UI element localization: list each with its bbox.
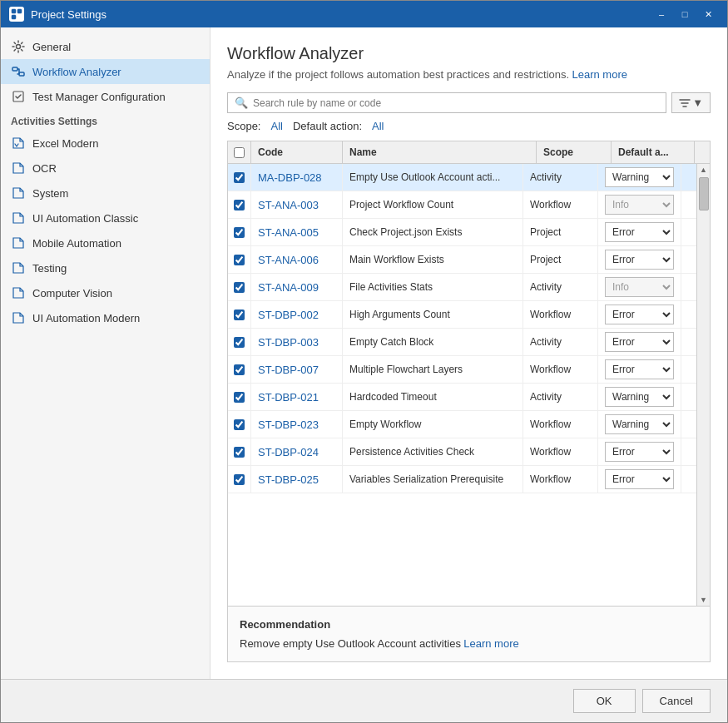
table-header: Code Name Scope Default a... (228, 141, 710, 164)
default-action-value-link[interactable]: All (372, 120, 384, 132)
row-scope: Workflow (523, 466, 598, 493)
scope-label: Scope: (227, 120, 260, 132)
sidebar-item-ocr[interactable]: OCR (1, 156, 210, 181)
sidebar-item-excel-modern[interactable]: Excel Modern (1, 131, 210, 156)
row-spacer (681, 219, 696, 245)
svg-marker-14 (13, 288, 23, 298)
svg-rect-1 (17, 9, 22, 13)
svg-rect-2 (12, 15, 16, 19)
row-checkbox[interactable] (234, 200, 245, 210)
sidebar-item-general[interactable]: General (1, 34, 210, 59)
code-link[interactable]: ST-ANA-003 (258, 199, 319, 211)
default-action-dropdown[interactable]: ErrorWarningInfo (605, 167, 674, 187)
default-action-dropdown[interactable]: ErrorWarningInfo (605, 414, 674, 434)
row-default-action: ErrorWarningInfo (598, 466, 681, 493)
table-row: ST-DBP-003 Empty Catch Block Activity Er… (228, 329, 696, 356)
gear-icon (11, 39, 26, 54)
sidebar-item-test-manager[interactable]: Test Manager Configuration (1, 84, 210, 109)
row-checkbox[interactable] (234, 447, 245, 458)
code-link[interactable]: ST-DBP-023 (258, 418, 319, 431)
row-default-action: ErrorWarningInfo (598, 219, 681, 245)
table-row: ST-DBP-002 High Arguments Count Workflow… (228, 301, 696, 329)
recommendation-learn-more-link[interactable]: Learn more (463, 637, 518, 650)
code-link[interactable]: ST-ANA-006 (258, 254, 319, 266)
svg-rect-6 (19, 72, 24, 76)
row-checkbox-cell (228, 301, 251, 328)
default-action-dropdown[interactable]: ErrorWarningInfo (605, 222, 674, 242)
row-checkbox[interactable] (234, 392, 245, 403)
row-checkbox[interactable] (234, 310, 245, 320)
computer-vision-icon (11, 285, 26, 300)
row-scope: Workflow (523, 438, 598, 465)
select-all-checkbox[interactable] (234, 147, 245, 158)
row-default-action: ErrorWarningInfo (598, 411, 681, 438)
maximize-button[interactable]: □ (674, 5, 696, 23)
row-checkbox-cell (228, 164, 251, 191)
recommendation-title: Recommendation (240, 618, 698, 631)
scroll-down-button[interactable]: ▼ (700, 596, 707, 604)
code-link[interactable]: ST-ANA-009 (258, 281, 319, 294)
default-action-dropdown[interactable]: ErrorWarningInfo (605, 387, 674, 407)
ui-automation-classic-icon (11, 210, 26, 225)
default-action-dropdown[interactable]: ErrorWarningInfo (605, 277, 674, 297)
default-action-dropdown[interactable]: ErrorWarningInfo (605, 250, 674, 270)
filter-button[interactable]: ▼ (671, 92, 711, 113)
sidebar-item-system[interactable]: System (1, 181, 210, 206)
window-title: Project Settings (31, 8, 644, 21)
row-default-action: ErrorWarningInfo (598, 329, 681, 355)
row-code: ST-DBP-002 (251, 301, 343, 328)
row-name: Main Workflow Exists (343, 246, 523, 273)
table-scrollbar: ▲ ▼ (696, 164, 710, 606)
svg-rect-5 (12, 67, 17, 71)
row-default-action: ErrorWarningInfo (598, 191, 681, 218)
sidebar-item-mobile-automation[interactable]: Mobile Automation (1, 230, 210, 255)
sidebar-item-workflow-analyzer[interactable]: Workflow Analyzer (1, 59, 210, 84)
close-button[interactable]: ✕ (697, 5, 719, 23)
row-spacer (681, 329, 696, 355)
row-checkbox[interactable] (234, 337, 245, 348)
scroll-up-button[interactable]: ▲ (700, 166, 707, 174)
row-checkbox[interactable] (234, 255, 245, 265)
sidebar-item-computer-vision[interactable]: Computer Vision (1, 280, 210, 305)
default-action-dropdown[interactable]: ErrorWarningInfo (605, 332, 674, 352)
table-row: MA-DBP-028 Empty Use Outlook Account act… (228, 164, 696, 191)
description-learn-more-link[interactable]: Learn more (572, 68, 627, 81)
code-link[interactable]: ST-DBP-003 (258, 336, 319, 349)
scroll-thumb[interactable] (699, 177, 709, 210)
search-icon: 🔍 (235, 97, 248, 109)
sidebar-item-ui-automation-modern[interactable]: UI Automation Modern (1, 305, 210, 330)
sidebar-item-ui-automation-classic[interactable]: UI Automation Classic (1, 206, 210, 230)
row-checkbox[interactable] (234, 419, 245, 430)
code-link[interactable]: ST-DBP-021 (258, 391, 319, 404)
code-link[interactable]: ST-DBP-007 (258, 364, 319, 376)
project-settings-window: Project Settings – □ ✕ General (0, 0, 728, 723)
default-action-dropdown[interactable]: ErrorWarningInfo (605, 442, 674, 462)
default-action-dropdown[interactable]: ErrorWarningInfo (605, 359, 674, 379)
row-code: ST-DBP-024 (251, 438, 343, 465)
ok-button[interactable]: OK (573, 689, 636, 713)
code-link[interactable]: MA-DBP-028 (258, 171, 322, 184)
default-action-dropdown[interactable]: ErrorWarningInfo (605, 305, 674, 324)
row-checkbox[interactable] (234, 282, 245, 293)
scope-value-link[interactable]: All (270, 120, 282, 132)
row-checkbox[interactable] (234, 364, 245, 375)
code-link[interactable]: ST-DBP-025 (258, 473, 319, 486)
row-code: ST-DBP-025 (251, 466, 343, 493)
cancel-button[interactable]: Cancel (642, 689, 711, 713)
code-link[interactable]: ST-DBP-002 (258, 309, 319, 321)
row-checkbox[interactable] (234, 172, 245, 183)
code-link[interactable]: ST-DBP-024 (258, 446, 319, 458)
minimize-button[interactable]: – (651, 5, 672, 23)
row-scope: Activity (523, 384, 598, 410)
search-input[interactable] (253, 97, 659, 109)
row-checkbox[interactable] (234, 474, 245, 485)
window-controls: – □ ✕ (651, 5, 719, 23)
code-link[interactable]: ST-ANA-005 (258, 226, 319, 239)
row-default-action: ErrorWarningInfo (598, 274, 681, 300)
sidebar-item-testing[interactable]: Testing (1, 255, 210, 280)
row-checkbox[interactable] (234, 227, 245, 238)
row-checkbox-cell (228, 356, 251, 383)
row-code: ST-DBP-021 (251, 384, 343, 410)
default-action-dropdown[interactable]: ErrorWarningInfo (605, 195, 674, 215)
default-action-dropdown[interactable]: ErrorWarningInfo (605, 469, 674, 489)
